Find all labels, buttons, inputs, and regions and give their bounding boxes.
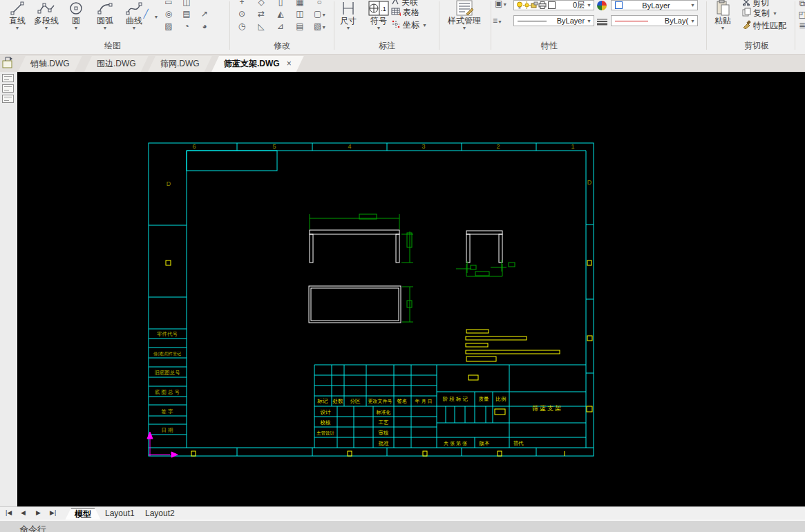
frame-tool-icon[interactable] bbox=[2, 84, 14, 93]
chevron-down-icon[interactable]: ▼ bbox=[587, 19, 591, 23]
tb-label: 替代 bbox=[513, 440, 524, 446]
svg-text:.1: .1 bbox=[381, 6, 386, 12]
new-drawing-icon[interactable] bbox=[1, 57, 15, 73]
linetype-tools-icon[interactable]: ≡▼ bbox=[492, 16, 503, 26]
line-button[interactable]: 直线 ▼ bbox=[2, 0, 32, 31]
file-tab-shaiwang[interactable]: 筛网.DWG bbox=[148, 56, 212, 72]
dimension-button[interactable]: 尺寸 ▼ bbox=[334, 0, 362, 31]
chevron-down-icon[interactable]: ▼ bbox=[90, 26, 120, 31]
style-manager-icon bbox=[442, 0, 486, 16]
table-button[interactable]: + 表格 bbox=[391, 7, 419, 18]
layout2-tab[interactable]: Layout2 bbox=[135, 508, 184, 520]
erase-icon[interactable]: ○ bbox=[314, 0, 325, 8]
coordinate-button[interactable]: 坐标 ▼ bbox=[391, 19, 427, 30]
lineweight-icon[interactable] bbox=[597, 17, 607, 25]
color-dropdown[interactable]: ByLayer ▼ bbox=[611, 0, 698, 10]
view-tool-icon[interactable]: ≣ bbox=[797, 21, 805, 31]
scale-icon[interactable]: ◷ bbox=[236, 21, 247, 32]
chevron-down-icon[interactable]: ▼ bbox=[30, 26, 62, 31]
layer-dropdown[interactable]: 0层 ▼ bbox=[513, 0, 594, 10]
chevron-down-icon[interactable]: ▼ bbox=[709, 26, 737, 31]
block-icon[interactable]: ◔ bbox=[181, 21, 192, 32]
circle-button[interactable]: 圆 ▼ bbox=[62, 0, 90, 31]
chevron-down-icon[interactable]: ▼ bbox=[690, 19, 695, 23]
chevron-down-icon[interactable]: ▼ bbox=[773, 11, 777, 16]
line-label: 直线 bbox=[2, 16, 32, 26]
rectangle-edit-icon[interactable]: ▢▼ bbox=[314, 9, 325, 19]
linetype-dropdown[interactable]: ByLayer ▼ bbox=[513, 15, 594, 26]
color-wheel-icon[interactable] bbox=[597, 1, 607, 10]
arc-button[interactable]: 圆弧 ▼ bbox=[90, 0, 120, 31]
file-tab-shailan-zhijia-active[interactable]: 筛蓝支架.DWG× bbox=[211, 56, 304, 72]
array-icon[interactable]: ▦ bbox=[294, 0, 305, 8]
draw-tool-icon[interactable]: ▤ bbox=[181, 9, 192, 19]
trim-icon[interactable]: ⊿ bbox=[275, 21, 286, 32]
tb-label: 比例 bbox=[496, 396, 506, 402]
table-tool-icon[interactable] bbox=[2, 95, 14, 103]
model-tab[interactable]: 模型 bbox=[65, 508, 101, 520]
layer-tools-icon[interactable]: ▣▼ bbox=[495, 0, 506, 9]
last-layout-icon[interactable]: ▶| bbox=[50, 509, 56, 516]
coordinate-icon bbox=[391, 19, 401, 31]
drawing-canvas[interactable]: 6 5 4 3 2 1 D D 零件代号 借(通)用件登记 旧底图总号 底 图 … bbox=[17, 72, 805, 506]
move-icon[interactable]: + bbox=[236, 0, 247, 8]
cut-icon bbox=[742, 0, 750, 8]
title-block-labels: 标记 处数 分区 更改文件号 签名 年 月 日 设计 校核 主管设计 标准化 工… bbox=[316, 396, 562, 446]
chevron-down-icon[interactable]: ▼ bbox=[62, 26, 90, 31]
tb-label: 审核 bbox=[379, 430, 390, 436]
file-tab-xiaozhou[interactable]: 销轴.DWG bbox=[18, 56, 82, 72]
break-icon[interactable]: ⇄ bbox=[256, 9, 267, 19]
next-layout-icon[interactable]: ▶ bbox=[36, 509, 41, 516]
symbol-button[interactable]: .1 符号 ▼ bbox=[365, 0, 392, 31]
copy-button[interactable]: 复制 ▼ bbox=[742, 8, 777, 19]
chevron-down-icon[interactable]: ▼ bbox=[422, 23, 427, 28]
edit-hatch-icon[interactable]: ▧▼ bbox=[314, 21, 325, 32]
tb-label: 工艺 bbox=[379, 419, 390, 426]
chevron-down-icon[interactable]: ▼ bbox=[587, 3, 591, 8]
file-tab-label: 围边.DWG bbox=[97, 59, 136, 68]
view-tool-icon[interactable]: ◰ bbox=[797, 10, 805, 20]
sheet-tool-icon[interactable] bbox=[2, 74, 14, 82]
rotate-icon[interactable]: ◇ bbox=[256, 0, 267, 8]
chevron-down-icon[interactable]: ▼ bbox=[154, 15, 159, 19]
border-label: 零件代号 bbox=[157, 331, 178, 337]
clipboard-group-label: 剪切板 bbox=[744, 40, 769, 52]
region-icon[interactable]: ◎ bbox=[163, 9, 174, 19]
chevron-down-icon[interactable]: ▼ bbox=[2, 26, 32, 31]
chevron-down-icon[interactable]: ▼ bbox=[334, 26, 362, 31]
chevron-down-icon[interactable]: ▼ bbox=[690, 3, 695, 8]
view-tool-icon[interactable]: ⧉ bbox=[797, 0, 805, 9]
chevron-down-icon[interactable]: ▼ bbox=[365, 26, 392, 31]
stretch-icon[interactable]: ▯ bbox=[275, 0, 286, 8]
close-icon[interactable]: × bbox=[287, 59, 292, 68]
wipeout-icon[interactable]: ◕ bbox=[199, 21, 210, 32]
svg-text:+: + bbox=[399, 11, 401, 17]
corner-icon[interactable]: ◫ bbox=[294, 9, 305, 19]
lineweight-dropdown[interactable]: ByLay( ▼ bbox=[611, 15, 698, 26]
pointer-icon[interactable]: ↗ bbox=[199, 9, 210, 19]
draw-tool-icon[interactable]: ▭ bbox=[163, 0, 174, 8]
chevron-down-icon[interactable]: ▼ bbox=[119, 26, 149, 31]
chevron-down-icon[interactable]: ▼ bbox=[442, 26, 486, 31]
polyline-button[interactable]: 多段线 ▼ bbox=[30, 0, 62, 31]
command-line-bar[interactable]: 命令行 bbox=[0, 520, 805, 532]
explode-icon[interactable]: ▤ bbox=[294, 21, 305, 32]
chamfer-icon[interactable]: ◺ bbox=[256, 21, 267, 32]
offset-icon[interactable]: ⊙ bbox=[236, 9, 247, 19]
style-manager-button[interactable]: 样式管理 ▼ bbox=[442, 0, 486, 31]
construction-line-icon[interactable]: ╱ bbox=[140, 9, 151, 19]
file-tab-weibian[interactable]: 围边.DWG bbox=[84, 56, 149, 72]
first-layout-icon[interactable]: |◀ bbox=[6, 509, 12, 516]
match-properties-icon bbox=[742, 20, 751, 31]
paste-button[interactable]: 粘贴 ▼ bbox=[709, 0, 737, 31]
layout2-tab-label: Layout2 bbox=[145, 509, 175, 518]
border-label: 借(通)用件登记 bbox=[153, 351, 181, 357]
lock-icon bbox=[531, 1, 538, 9]
match-properties-button[interactable]: 特性匹配 bbox=[742, 20, 786, 31]
copy-icon bbox=[742, 8, 751, 19]
prev-layout-icon[interactable]: ◀ bbox=[21, 509, 26, 516]
hatch-icon[interactable]: ▨ bbox=[163, 21, 174, 32]
paste-label: 粘贴 bbox=[709, 16, 737, 26]
mirror-icon[interactable]: ◭ bbox=[275, 9, 286, 19]
draw-tool-icon[interactable]: ◫ bbox=[181, 0, 192, 8]
